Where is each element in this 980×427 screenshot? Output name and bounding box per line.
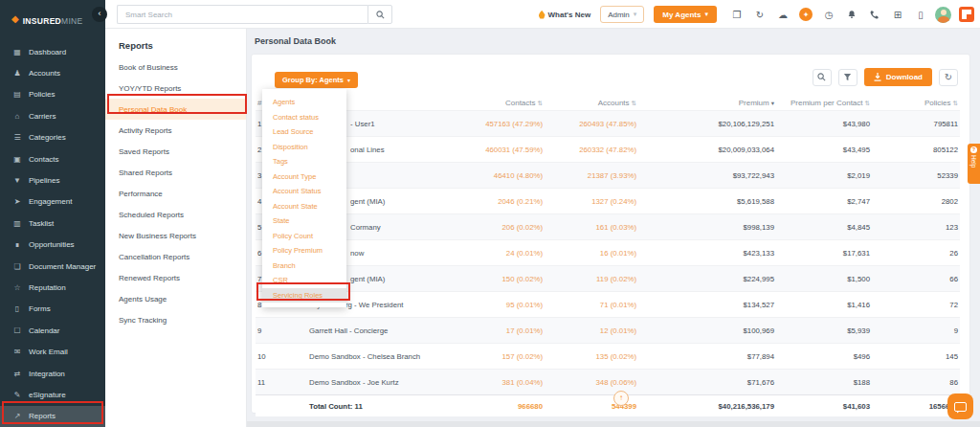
- group-by-button[interactable]: Group By: Agents ▾: [275, 72, 358, 88]
- group-by-option-agents[interactable]: Agents: [262, 95, 346, 110]
- admin-dropdown[interactable]: Admin ▾: [600, 6, 644, 23]
- sidebar-item-document-manager[interactable]: ❏Document Manager: [0, 256, 105, 277]
- integration-icon: ⇄: [12, 370, 22, 378]
- group-by-option-state[interactable]: State: [262, 214, 346, 229]
- group-by-option-contact-status[interactable]: Contact status: [262, 110, 346, 125]
- table-row[interactable]: 10Demo Sandbox - Chelsea Branch157 (0.02…: [256, 343, 960, 369]
- sidebar-item-reputation[interactable]: ☆Reputation: [0, 277, 105, 298]
- group-by-option-branch[interactable]: Branch: [262, 258, 346, 274]
- help-tab[interactable]: ? Help: [968, 144, 980, 184]
- whats-new-label: What's New: [548, 11, 591, 19]
- topbar: ‹ What's New Admin ▾ My Agents ▾ ❐↻☁✦◷⊞▯: [105, 0, 980, 29]
- sidebar-item-work-email[interactable]: ✉Work Email: [0, 341, 105, 362]
- group-by-option-disposition[interactable]: Disposition: [262, 140, 346, 155]
- refresh-button[interactable]: ↻: [939, 69, 958, 86]
- search-input[interactable]: [117, 5, 368, 24]
- sidebar-item-engagement[interactable]: ➤Engagement: [0, 191, 105, 213]
- reports-menu-item-sync-tracking[interactable]: Sync Tracking: [105, 309, 246, 330]
- group-by-option-csr[interactable]: CSR: [262, 273, 346, 288]
- group-by-option-policy-premium[interactable]: Policy Premium: [262, 243, 346, 258]
- sidebar-item-policies[interactable]: ▤Policies: [0, 84, 105, 105]
- group-by-option-policy-count[interactable]: Policy Count: [262, 229, 346, 244]
- window-card-icon[interactable]: ❐: [730, 8, 744, 21]
- contacts-value: 460031 (47.59%): [451, 146, 545, 154]
- reports-menu-item-cancellation-reports[interactable]: Cancellation Reports: [105, 246, 246, 267]
- download-button[interactable]: Download: [864, 68, 932, 86]
- reports-menu-item-new-business-reports[interactable]: New Business Reports: [105, 225, 246, 246]
- table-search-button[interactable]: [813, 69, 832, 86]
- column-header-accounts[interactable]: Accounts⇅: [545, 99, 638, 107]
- chat-widget-button[interactable]: [947, 393, 973, 419]
- accounts-value: 12 (0.01%): [545, 326, 638, 335]
- reports-menu-item-agents-usage[interactable]: Agents Usage: [105, 288, 246, 309]
- scroll-top-button[interactable]: ↑: [613, 391, 629, 406]
- sidebar-item-accounts[interactable]: ♟Accounts: [0, 62, 105, 83]
- column-header-premium-per-contact[interactable]: Premium per Contact⇅: [776, 99, 872, 107]
- whats-new-link[interactable]: What's New: [539, 11, 591, 19]
- sidebar-item-dashboard[interactable]: ▦Dashboard: [0, 41, 105, 62]
- notifications-icon[interactable]: [845, 8, 858, 21]
- table-row[interactable]: 2onal Lines460031 (47.59%)260332 (47.82%…: [256, 136, 960, 162]
- categories-icon: ☰: [12, 133, 22, 142]
- sidebar-item-carriers[interactable]: ⌂Carriers: [0, 105, 105, 126]
- row-number: 11: [256, 378, 277, 387]
- premium-value: $71,676: [638, 378, 776, 387]
- reports-menu-item-performance[interactable]: Performance: [105, 183, 246, 204]
- sidebar-item-contacts[interactable]: ▣Contacts: [0, 148, 105, 169]
- sidebar-item-integration[interactable]: ⇄Integration: [0, 363, 105, 384]
- column-header-contacts[interactable]: Contacts⇅: [451, 99, 545, 107]
- reports-menu-item-renewed-reports[interactable]: Renewed Reports: [105, 267, 246, 288]
- reports-menu-item-personal-data-book[interactable]: Personal Data Book: [105, 99, 246, 120]
- table-row[interactable]: 346410 (4.80%)21387 (3.93%)$93,722,943$2…: [256, 162, 960, 188]
- sort-icon: ⇅: [538, 100, 543, 106]
- sidebar-item-calendar[interactable]: ☐Calendar: [0, 320, 105, 341]
- sidebar-item-reports[interactable]: ↗Reports: [0, 406, 105, 427]
- reports-menu-item-activity-reports[interactable]: Activity Reports: [105, 120, 246, 141]
- extensions-icon[interactable]: ⊞: [891, 8, 904, 21]
- group-by-option-tags[interactable]: Tags: [262, 154, 346, 169]
- sync-icon[interactable]: ↻: [753, 8, 767, 21]
- sort-icon: ⇅: [632, 100, 636, 106]
- insuredmine-app-icon[interactable]: [959, 7, 974, 22]
- cloud-icon[interactable]: ☁: [776, 8, 790, 21]
- group-by-option-lead-source[interactable]: Lead Source: [262, 124, 346, 140]
- history-icon[interactable]: ◷: [822, 8, 835, 21]
- premium-value: $998,139: [638, 223, 776, 232]
- sidebar-collapse-button[interactable]: ‹: [92, 7, 107, 22]
- sidebar-item-opportunities[interactable]: ∎Opportunities: [0, 235, 105, 256]
- table-row[interactable]: 1- User1457163 (47.29%)260493 (47.85%)$2…: [256, 110, 960, 136]
- table-row[interactable]: 4gent (MIA)2046 (0.21%)1327 (0.24%)$5,61…: [256, 188, 960, 214]
- column-header-policies[interactable]: Policies⇅: [872, 99, 960, 107]
- group-by-option-account-type[interactable]: Account Type: [262, 169, 346, 185]
- group-by-option-servicing-roles[interactable]: Servicing Roles: [262, 288, 346, 303]
- table-row[interactable]: 5Cormany206 (0.02%)161 (0.03%)$998,139$4…: [256, 214, 960, 239]
- reports-menu-item-scheduled-reports[interactable]: Scheduled Reports: [105, 204, 246, 225]
- reports-menu-item-saved-reports[interactable]: Saved Reports: [105, 141, 246, 162]
- filter-button[interactable]: [838, 69, 858, 86]
- reports-menu-item-shared-reports[interactable]: Shared Reports: [105, 162, 246, 183]
- phone-icon[interactable]: [868, 8, 881, 21]
- search-button[interactable]: [368, 5, 392, 24]
- logo-text-light: MINE: [61, 16, 82, 26]
- group-by-option-account-status[interactable]: Account Status: [262, 184, 346, 199]
- rewards-badge-icon[interactable]: ✦: [799, 8, 813, 21]
- reports-menu-item-yoy-ytd-reports[interactable]: YOY/YTD Reports: [105, 78, 246, 99]
- table-row[interactable]: 11Demo Sandbox - Joe Kurtz381 (0.04%)348…: [256, 369, 960, 394]
- sidebar-item-label: Reputation: [29, 283, 66, 292]
- sidebar-item-tasklist[interactable]: ▥Tasklist: [0, 213, 105, 234]
- reports-menu-item-book-of-business[interactable]: Book of Business: [105, 56, 246, 78]
- table-row[interactable]: 9Garrett Hall - Concierge17 (0.01%)12 (0…: [256, 317, 960, 343]
- table-row[interactable]: 6now24 (0.01%)16 (0.01%)$423,133$17,6312…: [256, 239, 960, 265]
- sidebar-item-forms[interactable]: ▯Forms: [0, 299, 105, 320]
- sidebar-item-esignature[interactable]: ✎eSignature: [0, 384, 105, 405]
- logo-icon: ◆: [11, 14, 19, 24]
- sim-icon[interactable]: ▯: [914, 8, 927, 21]
- sidebar-item-pipelines[interactable]: ▼Pipelines: [0, 169, 105, 191]
- table-row[interactable]: 8Jay Wollberg - We President95 (0.01%)71…: [256, 291, 960, 317]
- table-row[interactable]: 7gent (MIA)150 (0.02%)119 (0.02%)$224,99…: [256, 265, 960, 291]
- group-by-option-account-state[interactable]: Account State: [262, 199, 346, 214]
- column-header-premium[interactable]: Premium▾: [638, 99, 776, 107]
- my-agents-button[interactable]: My Agents ▾: [654, 6, 717, 23]
- user-avatar[interactable]: [935, 7, 951, 23]
- sidebar-item-categories[interactable]: ☰Categories: [0, 127, 105, 148]
